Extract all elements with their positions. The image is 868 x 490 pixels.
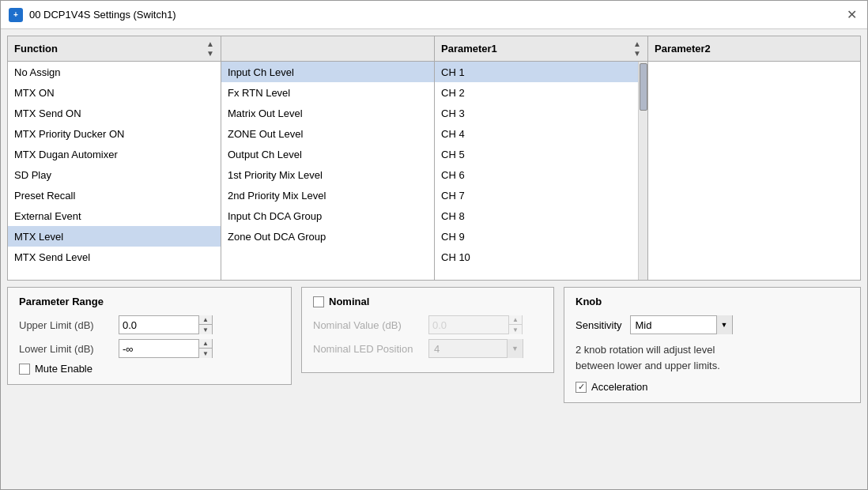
param2-header: Parameter2 [648,36,860,62]
param2-list-body [648,62,860,280]
nominal-header: Nominal [313,296,542,307]
sensitivity-label: Sensitivity [576,319,622,331]
subfunction-list-item[interactable]: 1st Priority Mix Level [221,164,434,185]
knob-description: 2 knob rotation will adjust levelbetween… [576,342,821,373]
lower-limit-spinbox[interactable]: ▲ ▼ [119,339,213,358]
upper-limit-up[interactable]: ▲ [199,315,212,325]
param1-list-item[interactable]: CH 4 [435,123,638,144]
mute-enable-checkbox[interactable] [19,364,30,375]
upper-limit-down[interactable]: ▼ [199,325,212,334]
param1-list-item[interactable]: CH 3 [435,103,638,123]
main-window: + 00 DCP1V4S Settings (Switch1) ✕ Functi… [0,0,868,490]
subfunction-list-item[interactable]: Zone Out DCA Group [221,226,434,247]
function-list-item[interactable]: MTX Dugan Automixer [8,144,221,164]
function-scroll-down[interactable]: ▼ [206,49,214,58]
function-list-body: No AssignMTX ONMTX Send ONMTX Priority D… [8,62,221,280]
upper-limit-spinbox[interactable]: ▲ ▼ [119,315,213,334]
nominal-value-down: ▼ [509,325,522,334]
param1-list-item[interactable]: CH 8 [435,205,638,226]
param1-scroll-arrows: ▲ ▼ [633,40,641,58]
param1-list-item[interactable]: CH 5 [435,144,638,164]
mute-enable-row: Mute Enable [19,363,280,375]
nominal-value-arrows: ▲ ▼ [508,315,522,334]
function-list-item[interactable]: MTX Level [8,226,221,247]
nominal-checkbox[interactable] [313,296,324,307]
param1-scroll-up[interactable]: ▲ [633,40,641,49]
function-header: Function ▲ ▼ [8,36,221,62]
subfunction-list-body: Input Ch LevelFx RTN LevelMatrix Out Lev… [221,62,434,280]
sensitivity-dropdown[interactable]: Mid ▼ [630,315,733,334]
nominal-panel: Nominal Nominal Value (dB) ▲ ▼ Nominal L… [301,287,554,373]
titlebar: + 00 DCP1V4S Settings (Switch1) ✕ [1,1,867,29]
subfunction-list-item[interactable]: Output Ch Level [221,144,434,164]
param1-list-item[interactable]: CH 6 [435,164,638,185]
lower-limit-input[interactable] [119,340,198,357]
param1-header-label: Parameter1 [441,43,497,55]
param1-header: Parameter1 ▲ ▼ [435,36,647,62]
param1-list-item[interactable]: CH 7 [435,185,638,205]
param1-scroll-down[interactable]: ▼ [633,49,641,58]
subfunction-list-item[interactable]: 2nd Priority Mix Level [221,185,434,205]
parameter-range-panel: Parameter Range Upper Limit (dB) ▲ ▼ Low… [7,287,292,385]
knob-panel: Knob Sensitivity Mid ▼ 2 knob rotation w… [564,287,861,403]
param1-list-item[interactable]: CH 1 [435,62,638,82]
param1-list-body: CH 1CH 2CH 3CH 4CH 5CH 6CH 7CH 8CH 9CH 1… [435,62,647,280]
function-list-item[interactable]: MTX ON [8,82,221,103]
subfunction-list-item[interactable]: Input Ch Level [221,62,434,82]
nominal-title: Nominal [329,296,369,307]
lower-limit-down[interactable]: ▼ [199,349,212,358]
lower-limit-arrows: ▲ ▼ [198,339,212,358]
param-range-title: Parameter Range [19,296,280,307]
param2-header-label: Parameter2 [655,43,711,55]
app-icon: + [9,8,23,22]
param1-scrollbar[interactable] [638,62,647,280]
mute-enable-label: Mute Enable [35,363,92,375]
subfunction-list-item[interactable]: ZONE Out Level [221,123,434,144]
function-scroll-up[interactable]: ▲ [206,40,214,49]
acceleration-checkbox[interactable]: ✓ [576,382,587,393]
titlebar-left: + 00 DCP1V4S Settings (Switch1) [9,8,176,22]
lower-limit-up[interactable]: ▲ [199,339,212,349]
function-column: Function ▲ ▼ No AssignMTX ONMTX Send ONM… [8,36,221,280]
function-list-item[interactable]: No Assign [8,62,221,82]
bottom-panels: Parameter Range Upper Limit (dB) ▲ ▼ Low… [7,287,861,403]
subfunction-list-item[interactable]: Fx RTN Level [221,82,434,103]
param1-scrollbar-thumb[interactable] [640,63,647,111]
function-list-item[interactable]: MTX Send ON [8,103,221,123]
lists-panel: Function ▲ ▼ No AssignMTX ONMTX Send ONM… [7,36,861,281]
nominal-value-spinbox: ▲ ▼ [428,315,523,334]
function-list-item[interactable]: MTX Priority Ducker ON [8,123,221,144]
subfunction-header [221,36,434,62]
param1-column: Parameter1 ▲ ▼ CH 1CH 2CH 3CH 4CH 5CH 6C… [435,36,648,280]
function-list-item[interactable]: MTX Send Level [8,247,221,267]
function-list: No AssignMTX ONMTX Send ONMTX Priority D… [8,62,221,280]
param1-list-item[interactable]: CH 10 [435,247,638,267]
param1-list-item[interactable]: CH 2 [435,82,638,103]
subfunction-list-item[interactable]: Matrix Out Level [221,103,434,123]
function-list-item[interactable]: External Event [8,205,221,226]
function-list-item[interactable]: SD Play [8,164,221,185]
nominal-value-label: Nominal Value (dB) [313,319,424,331]
lower-limit-label: Lower Limit (dB) [19,343,114,355]
function-scroll-arrows: ▲ ▼ [206,40,214,58]
subfunction-list-item[interactable]: Input Ch DCA Group [221,205,434,226]
main-content: Function ▲ ▼ No AssignMTX ONMTX Send ONM… [1,29,867,489]
subfunction-column: Input Ch LevelFx RTN LevelMatrix Out Lev… [221,36,435,280]
upper-limit-arrows: ▲ ▼ [198,315,212,334]
upper-limit-input[interactable] [119,316,198,334]
upper-limit-label: Upper Limit (dB) [19,319,114,331]
sensitivity-arrow[interactable]: ▼ [716,315,732,334]
param2-column: Parameter2 [648,36,860,280]
upper-limit-row: Upper Limit (dB) ▲ ▼ [19,315,280,334]
nominal-led-value: 4 [429,343,507,355]
close-button[interactable]: ✕ [843,7,859,23]
nominal-value-up: ▲ [509,315,522,325]
nominal-value-row: Nominal Value (dB) ▲ ▼ [313,315,542,334]
acceleration-label: Acceleration [591,381,648,393]
subfunction-list: Input Ch LevelFx RTN LevelMatrix Out Lev… [221,62,434,280]
lower-limit-row: Lower Limit (dB) ▲ ▼ [19,339,280,358]
param1-list-item[interactable]: CH 9 [435,226,638,247]
param1-list: CH 1CH 2CH 3CH 4CH 5CH 6CH 7CH 8CH 9CH 1… [435,62,638,280]
sensitivity-value: Mid [631,319,716,331]
function-list-item[interactable]: Preset Recall [8,185,221,205]
